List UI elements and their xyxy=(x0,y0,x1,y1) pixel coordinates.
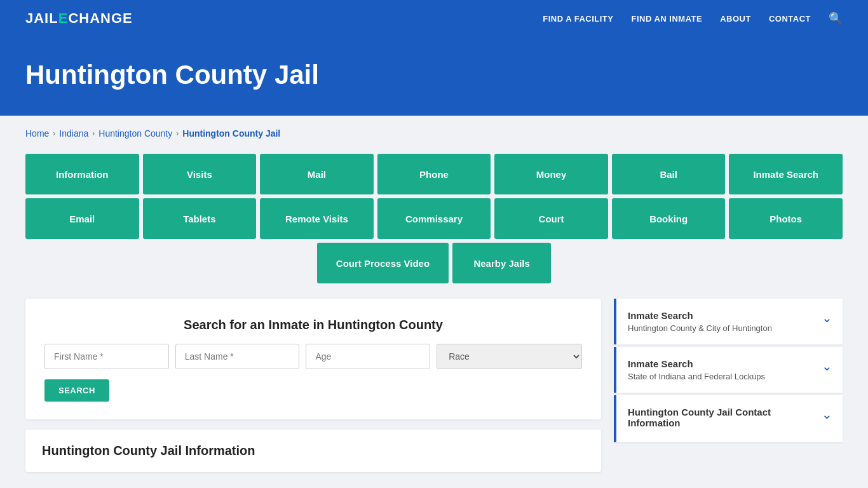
sidebar-card-0[interactable]: Inmate Search Huntington County & City o… xyxy=(614,299,843,344)
nav-button-row-1: Information Visits Mail Phone Money Bail… xyxy=(25,154,843,194)
nav-link-facility[interactable]: FIND A FACILITY xyxy=(543,14,613,24)
breadcrumb: Home › Indiana › Huntington County › Hun… xyxy=(25,128,843,139)
btn-photos[interactable]: Photos xyxy=(729,198,843,239)
nav-item-about[interactable]: ABOUT xyxy=(720,13,751,24)
chevron-down-icon-2: ⌄ xyxy=(822,407,832,422)
age-input[interactable] xyxy=(306,344,430,369)
btn-visits[interactable]: Visits xyxy=(143,154,257,194)
nav-item-contact[interactable]: CONTACT xyxy=(769,13,811,24)
search-title: Search for an Inmate in Huntington Count… xyxy=(44,318,582,332)
info-section: Huntington County Jail Information xyxy=(25,430,601,472)
site-logo[interactable]: JAILECHANGE xyxy=(25,10,133,27)
nav-button-row-2: Email Tablets Remote Visits Commissary C… xyxy=(25,198,843,239)
left-column: Search for an Inmate in Huntington Count… xyxy=(25,299,601,472)
sidebar-card-title-1: Inmate Search xyxy=(628,358,765,369)
sidebar-card-subtitle-1: State of Indiana and Federal Lockups xyxy=(628,372,765,381)
hero-banner: Huntington County Jail xyxy=(0,37,868,116)
btn-court[interactable]: Court xyxy=(494,198,608,239)
sidebar-card-1[interactable]: Inmate Search State of Indiana and Feder… xyxy=(614,347,843,393)
btn-inmate-search[interactable]: Inmate Search xyxy=(729,154,843,194)
nav-item-inmate[interactable]: FIND AN INMATE xyxy=(631,13,702,24)
btn-phone[interactable]: Phone xyxy=(377,154,491,194)
nav-search-icon[interactable]: 🔍 xyxy=(829,11,843,25)
chevron-down-icon-1: ⌄ xyxy=(822,358,832,374)
nav-button-row-3: Court Process Video Nearby Jails xyxy=(25,243,843,283)
sidebar-card-text-0: Inmate Search Huntington County & City o… xyxy=(628,310,772,333)
lower-section: Search for an Inmate in Huntington Count… xyxy=(25,299,843,472)
sidebar: Inmate Search Huntington County & City o… xyxy=(614,299,843,472)
search-button[interactable]: SEARCH xyxy=(44,379,109,402)
btn-remote-visits[interactable]: Remote Visits xyxy=(260,198,374,239)
btn-bail[interactable]: Bail xyxy=(612,154,726,194)
btn-nearby-jails[interactable]: Nearby Jails xyxy=(452,243,551,283)
btn-money[interactable]: Money xyxy=(494,154,608,194)
logo-jail: JAIL xyxy=(25,10,58,27)
chevron-down-icon-0: ⌄ xyxy=(822,310,832,325)
btn-tablets[interactable]: Tablets xyxy=(143,198,257,239)
main-nav: JAILECHANGE FIND A FACILITY FIND AN INMA… xyxy=(0,0,868,37)
breadcrumb-sep-2: › xyxy=(92,129,95,138)
sidebar-card-text-2: Huntington County Jail Contact Informati… xyxy=(628,407,815,431)
btn-email[interactable]: Email xyxy=(25,198,139,239)
breadcrumb-sep-1: › xyxy=(53,129,55,138)
nav-link-inmate[interactable]: FIND AN INMATE xyxy=(631,14,702,24)
btn-court-process-video[interactable]: Court Process Video xyxy=(317,243,449,283)
breadcrumb-county[interactable]: Huntington County xyxy=(98,128,172,139)
breadcrumb-current: Huntington County Jail xyxy=(182,128,280,139)
sidebar-card-subtitle-0: Huntington County & City of Huntington xyxy=(628,323,772,333)
btn-booking[interactable]: Booking xyxy=(612,198,726,239)
breadcrumb-indiana[interactable]: Indiana xyxy=(59,128,88,139)
breadcrumb-sep-3: › xyxy=(176,129,179,138)
main-content: Home › Indiana › Huntington County › Hun… xyxy=(0,116,868,488)
last-name-input[interactable] xyxy=(175,344,300,369)
nav-link-about[interactable]: ABOUT xyxy=(720,14,751,24)
page-title: Huntington County Jail xyxy=(25,60,843,90)
search-form: Race White Black Hispanic Asian Other xyxy=(44,344,582,369)
breadcrumb-home[interactable]: Home xyxy=(25,128,49,139)
nav-item-facility[interactable]: FIND A FACILITY xyxy=(543,13,613,24)
sidebar-card-text-1: Inmate Search State of Indiana and Feder… xyxy=(628,358,765,381)
race-select[interactable]: Race White Black Hispanic Asian Other xyxy=(437,344,582,369)
search-panel: Search for an Inmate in Huntington Count… xyxy=(25,299,601,419)
info-section-title: Huntington County Jail Information xyxy=(42,444,585,458)
sidebar-card-title-0: Inmate Search xyxy=(628,310,772,321)
first-name-input[interactable] xyxy=(44,344,169,369)
sidebar-card-2[interactable]: Huntington County Jail Contact Informati… xyxy=(614,395,843,442)
btn-commissary[interactable]: Commissary xyxy=(377,198,491,239)
logo-exchange: CHANGE xyxy=(68,10,132,27)
nav-links: FIND A FACILITY FIND AN INMATE ABOUT CON… xyxy=(543,11,843,25)
btn-mail[interactable]: Mail xyxy=(260,154,374,194)
nav-link-contact[interactable]: CONTACT xyxy=(769,14,811,24)
btn-information[interactable]: Information xyxy=(25,154,139,194)
sidebar-card-title-2: Huntington County Jail Contact Informati… xyxy=(628,407,815,428)
logo-x: E xyxy=(58,10,69,27)
